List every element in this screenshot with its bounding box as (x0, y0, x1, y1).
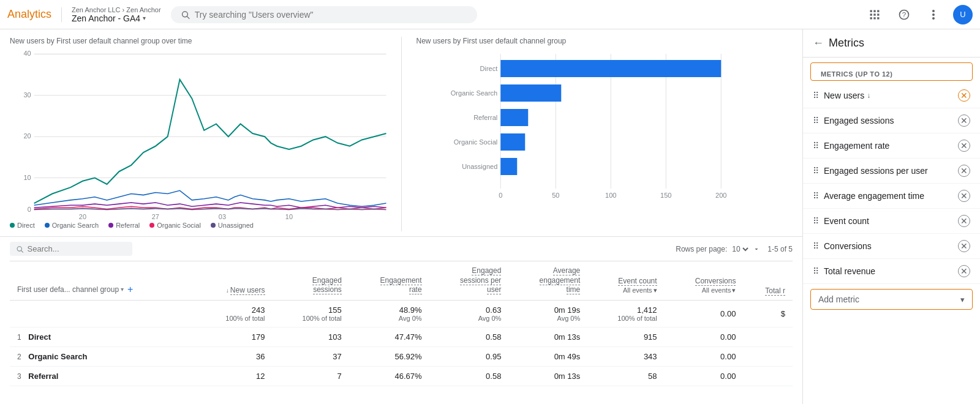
add-column-button[interactable]: + (127, 284, 133, 295)
help-icon-btn[interactable]: ? (894, 5, 914, 24)
metric-remove-engaged-sessions[interactable]: ✕ (958, 114, 970, 127)
total-row-label (10, 300, 195, 327)
row2-avg-engagement-time: 0m 49s (508, 346, 587, 366)
legend-direct: Direct (10, 222, 35, 229)
row2-total-revenue (743, 346, 793, 366)
col-event-count-label[interactable]: Event count (618, 277, 657, 286)
search-input[interactable] (195, 10, 467, 20)
col-new-users-label[interactable]: New users (230, 286, 265, 295)
drag-handle-engaged-sessions-per-user: ⠿ (813, 166, 819, 176)
bar-referral (500, 109, 528, 126)
bar-direct (500, 60, 721, 77)
conversions-dropdown-arrow[interactable]: ▾ (732, 286, 736, 294)
col-total-revenue-label[interactable]: Total r (765, 286, 785, 296)
metric-remove-engaged-sessions-per-user[interactable]: ✕ (958, 165, 970, 177)
row2-engaged-sessions-per-user: 0.95 (429, 346, 509, 366)
col-conversions-label[interactable]: Conversions (695, 277, 736, 286)
charts-section: New users by First user default channel … (0, 29, 802, 237)
total-engaged-sessions-per-user: 0.63 Avg 0% (429, 300, 509, 327)
bar-chart-area: 0 50 100 150 200 Direct Organic Search R… (417, 48, 793, 219)
row1-total-revenue (743, 327, 793, 346)
metric-remove-avg-engagement-time[interactable]: ✕ (958, 190, 970, 202)
col-channel-group-dropdown[interactable]: First user defa... channel group ▾ (17, 285, 124, 294)
apps-icon-btn[interactable] (865, 5, 884, 24)
header-right: ? U (865, 5, 973, 24)
svg-text:Direct: Direct (480, 65, 497, 72)
account-dropdown-arrow[interactable]: ▾ (143, 15, 146, 21)
table-search-icon (16, 245, 24, 253)
metric-item-event-count[interactable]: ⠿ Event count ✕ (803, 209, 980, 234)
col-avg-engagement-time-label[interactable]: Averageengagementtime (540, 266, 581, 294)
rows-per-page-label: Rows per page: (676, 245, 727, 253)
line-chart-area: 40 30 20 10 0 20 Aug 27 03 Sep 10 (10, 48, 386, 219)
svg-text:40: 40 (24, 50, 31, 57)
drag-handle-conversions: ⠿ (813, 241, 819, 251)
metrics-panel-header: ← Metrics (803, 29, 980, 58)
event-count-dropdown-arrow[interactable]: ▾ (654, 286, 657, 294)
table-search-input[interactable] (28, 244, 126, 253)
metric-item-engaged-sessions[interactable]: ⠿ Engaged sessions ✕ (803, 108, 980, 133)
svg-text:150: 150 (660, 192, 671, 199)
row1-avg-engagement-time: 0m 13s (508, 327, 587, 346)
line-chart-title: New users by First user default channel … (10, 37, 386, 45)
more-icon-btn[interactable] (924, 5, 943, 24)
metric-item-total-revenue[interactable]: ⠿ Total revenue ✕ (803, 259, 980, 284)
row1-new-users: 179 (195, 327, 272, 346)
help-icon: ? (898, 9, 910, 21)
svg-text:20: 20 (24, 132, 31, 140)
chart-divider (401, 37, 402, 231)
svg-rect-7 (877, 13, 879, 15)
col-channel-group-label: First user defa... channel group (17, 285, 119, 294)
col-engaged-sessions-label[interactable]: Engagedsessions (312, 276, 342, 295)
svg-text:200: 200 (715, 192, 726, 199)
table-search-box[interactable] (10, 242, 132, 256)
row1-conversions: 0.00 (665, 327, 744, 346)
legend-label-referral: Referral (116, 222, 140, 229)
rows-per-page-select[interactable]: 10 25 50 (729, 244, 750, 254)
drag-handle-engaged-sessions: ⠿ (813, 116, 819, 125)
table-section: Rows per page: 10 25 50 1-5 of 5 (0, 237, 802, 386)
bar-organic-social (500, 133, 525, 151)
metric-item-avg-engagement-time[interactable]: ⠿ Average engagement time ✕ (803, 184, 980, 209)
account-selector[interactable]: Zen Anchor LLC › Zen Anchor Zen Anchor -… (72, 6, 161, 23)
add-metric-box[interactable]: Add metric ▾ (810, 289, 973, 310)
col-channel-chevron: ▾ (121, 286, 124, 293)
svg-text:100: 100 (605, 192, 616, 199)
analytics-logo: Analytics (7, 8, 51, 21)
row3-event-count: 58 (587, 366, 664, 386)
col-engaged-sessions-per-user-label[interactable]: Engagedsessions peruser (460, 266, 501, 294)
table-row: 3 Referral 12 7 46.67% 0.58 0m 13s 58 0.… (10, 366, 793, 386)
svg-text:Unassigned: Unassigned (462, 163, 497, 170)
more-vert-icon (932, 9, 935, 21)
metric-item-engagement-rate[interactable]: ⠿ Engagement rate ✕ (803, 133, 980, 159)
metric-item-engaged-sessions-per-user[interactable]: ⠿ Engaged sessions per user ✕ (803, 159, 980, 184)
metric-item-conversions[interactable]: ⠿ Conversions ✕ (803, 234, 980, 259)
metric-remove-engagement-rate[interactable]: ✕ (958, 140, 970, 152)
svg-text:10: 10 (24, 173, 31, 181)
add-metric-label: Add metric (818, 294, 859, 304)
total-new-users: 243 100% of total (195, 300, 272, 327)
legend-dot-organic-social (149, 223, 154, 228)
row2-event-count: 343 (587, 346, 664, 366)
col-event-count: Event count All events ▾ (587, 261, 664, 300)
svg-rect-5 (870, 13, 872, 15)
metric-remove-new-users[interactable]: ✕ (958, 89, 970, 102)
event-count-sub-label: All events (623, 286, 652, 294)
metric-remove-event-count[interactable]: ✕ (958, 215, 970, 227)
search-bar[interactable] (171, 6, 477, 23)
table-toolbar: Rows per page: 10 25 50 1-5 of 5 (10, 237, 793, 261)
metric-remove-total-revenue[interactable]: ✕ (958, 265, 970, 277)
metric-name-total-revenue: Total revenue (824, 266, 953, 276)
avatar[interactable]: U (953, 5, 973, 24)
metric-item-new-users[interactable]: ⠿ New users ↓ ✕ (803, 83, 980, 108)
row2-engaged-sessions: 37 (273, 346, 349, 366)
legend-organic-social: Organic Social (149, 222, 201, 229)
metrics-back-button[interactable]: ← (813, 37, 824, 50)
row3-new-users: 12 (195, 366, 272, 386)
account-name: Zen Anchor - GA4 (72, 13, 140, 23)
svg-text:27: 27 (152, 213, 159, 219)
metric-remove-conversions[interactable]: ✕ (958, 240, 970, 252)
row3-avg-engagement-time: 0m 13s (508, 366, 587, 386)
bar-unassigned (500, 158, 517, 175)
col-engagement-rate-label[interactable]: Engagementrate (380, 276, 422, 295)
